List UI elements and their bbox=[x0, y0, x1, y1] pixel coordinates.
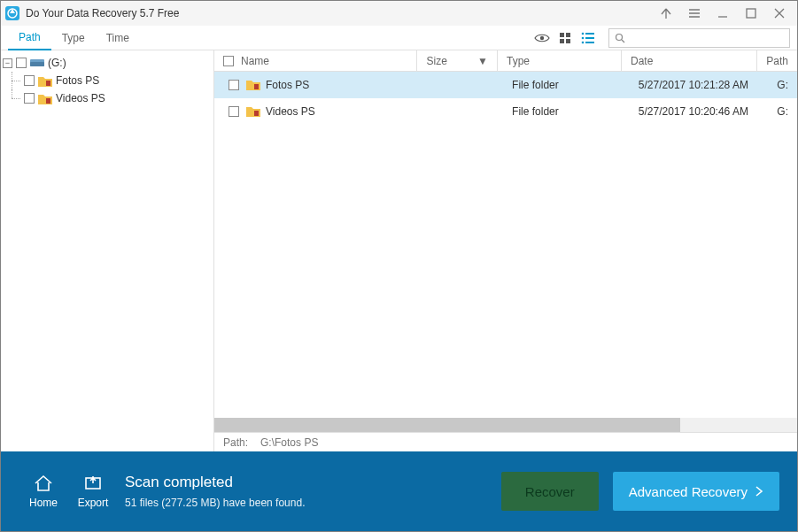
svg-point-12 bbox=[582, 41, 585, 43]
status-text: Scan completed 51 files (277.25 MB) have… bbox=[125, 474, 305, 509]
svg-rect-2 bbox=[747, 9, 755, 18]
tab-path[interactable]: Path bbox=[8, 26, 51, 50]
svg-rect-19 bbox=[254, 84, 259, 89]
row-checkbox[interactable] bbox=[229, 106, 239, 117]
advanced-recovery-button[interactable]: Advanced Recovery bbox=[613, 472, 779, 511]
sort-desc-icon: ▼ bbox=[477, 55, 488, 67]
minimize-button[interactable] bbox=[714, 4, 732, 22]
tab-time[interactable]: Time bbox=[96, 26, 140, 50]
status-detail: 51 files (277.25 MB) have been found. bbox=[125, 497, 305, 509]
title-bar: Do Your Data Recovery 5.7 Free bbox=[1, 1, 797, 26]
row-checkbox[interactable] bbox=[229, 80, 239, 90]
svg-point-10 bbox=[582, 36, 585, 39]
svg-rect-17 bbox=[46, 81, 50, 86]
export-icon bbox=[82, 474, 104, 493]
row-date: 5/27/2017 10:21:28 AM bbox=[630, 79, 768, 91]
svg-point-8 bbox=[582, 32, 585, 35]
folder-tree: − (G:) Fotos PS Videos PS bbox=[1, 50, 214, 451]
folder-icon bbox=[246, 78, 260, 92]
svg-rect-6 bbox=[560, 39, 564, 43]
menu-icon[interactable] bbox=[686, 4, 703, 22]
tree-child-row[interactable]: Videos PS bbox=[3, 89, 212, 107]
tree-checkbox[interactable] bbox=[24, 93, 35, 104]
chevron-right-icon bbox=[755, 485, 763, 497]
row-path: G: bbox=[768, 105, 797, 118]
search-input[interactable] bbox=[631, 33, 784, 43]
row-type: File folder bbox=[503, 79, 630, 91]
header-type[interactable]: Type bbox=[498, 50, 622, 71]
status-title: Scan completed bbox=[125, 474, 305, 491]
header-path[interactable]: Path bbox=[757, 50, 797, 71]
window-title: Do Your Data Recovery 5.7 Free bbox=[26, 7, 657, 19]
row-date: 5/27/2017 10:20:46 AM bbox=[630, 105, 768, 118]
export-button[interactable]: Export bbox=[68, 474, 118, 509]
svg-rect-16 bbox=[30, 62, 44, 66]
grid-view-icon[interactable] bbox=[557, 30, 573, 46]
horizontal-scrollbar[interactable] bbox=[214, 418, 797, 432]
folder-icon bbox=[38, 91, 52, 105]
footer-bar: Home Export Scan completed 51 files (277… bbox=[1, 451, 797, 531]
file-row[interactable]: Fotos PS File folder 5/27/2017 10:21:28 … bbox=[214, 72, 797, 98]
row-type: File folder bbox=[503, 105, 630, 118]
svg-rect-13 bbox=[585, 42, 594, 43]
tree-child-label: Videos PS bbox=[56, 92, 105, 104]
svg-rect-5 bbox=[566, 33, 570, 37]
tree-root-row[interactable]: − (G:) bbox=[3, 54, 212, 72]
svg-rect-18 bbox=[46, 98, 50, 104]
folder-icon bbox=[38, 73, 52, 88]
row-path: G: bbox=[768, 79, 797, 91]
up-arrow-icon[interactable] bbox=[657, 4, 675, 22]
maximize-button[interactable] bbox=[742, 4, 760, 22]
svg-point-3 bbox=[540, 35, 544, 39]
home-button[interactable]: Home bbox=[19, 474, 68, 509]
svg-rect-4 bbox=[560, 33, 564, 37]
close-button[interactable] bbox=[771, 4, 788, 22]
svg-rect-20 bbox=[254, 111, 259, 116]
folder-icon bbox=[246, 104, 260, 119]
header-name[interactable]: Name bbox=[214, 50, 417, 71]
drive-icon bbox=[30, 56, 44, 70]
list-view-icon[interactable] bbox=[580, 30, 596, 46]
header-date[interactable]: Date bbox=[622, 50, 757, 71]
file-list-panel: Name Size ▼ Type Date Path Fotos PS File… bbox=[214, 50, 797, 451]
tree-root-label: (G:) bbox=[48, 57, 66, 69]
file-row[interactable]: Videos PS File folder 5/27/2017 10:20:46… bbox=[214, 98, 797, 125]
app-logo-icon bbox=[4, 5, 20, 21]
row-name: Fotos PS bbox=[266, 79, 309, 91]
search-box bbox=[608, 28, 790, 48]
content-area: − (G:) Fotos PS Videos PS Name bbox=[1, 50, 797, 451]
svg-rect-9 bbox=[585, 33, 594, 35]
collapse-icon[interactable]: − bbox=[3, 58, 12, 68]
path-value: G:\Fotos PS bbox=[260, 436, 318, 449]
tab-type[interactable]: Type bbox=[51, 26, 96, 50]
tree-checkbox[interactable] bbox=[16, 58, 27, 68]
header-size[interactable]: Size ▼ bbox=[417, 50, 498, 71]
preview-icon[interactable] bbox=[534, 30, 550, 46]
home-icon bbox=[33, 474, 54, 493]
svg-rect-11 bbox=[585, 37, 594, 39]
tree-child-row[interactable]: Fotos PS bbox=[3, 72, 212, 89]
tabs-bar: Path Type Time bbox=[1, 26, 797, 50]
search-icon bbox=[615, 33, 625, 43]
path-bar: Path: G:\Fotos PS bbox=[214, 432, 797, 451]
column-headers: Name Size ▼ Type Date Path bbox=[214, 50, 797, 72]
tree-checkbox[interactable] bbox=[24, 75, 35, 86]
tree-child-label: Fotos PS bbox=[56, 74, 99, 87]
file-rows: Fotos PS File folder 5/27/2017 10:21:28 … bbox=[214, 72, 797, 418]
svg-rect-7 bbox=[566, 39, 570, 43]
select-all-checkbox[interactable] bbox=[223, 56, 234, 66]
row-name: Videos PS bbox=[266, 105, 315, 118]
recover-button[interactable]: Recover bbox=[501, 472, 599, 511]
path-label: Path: bbox=[223, 436, 248, 449]
svg-point-14 bbox=[616, 34, 623, 40]
